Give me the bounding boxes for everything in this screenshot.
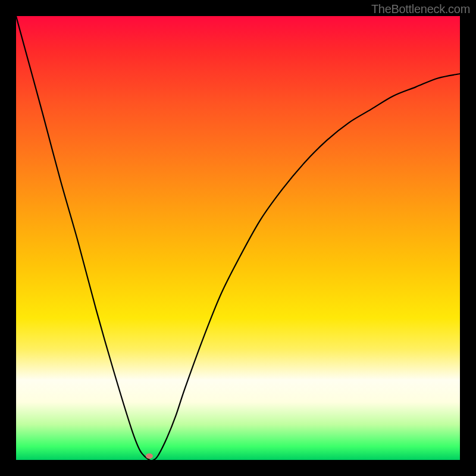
attribution-text: TheBottleneck.com [371, 2, 470, 16]
optimum-marker [146, 453, 153, 459]
chart-frame: TheBottleneck.com [0, 0, 476, 476]
bottleneck-plot [16, 16, 460, 460]
bottleneck-curve [16, 16, 460, 460]
